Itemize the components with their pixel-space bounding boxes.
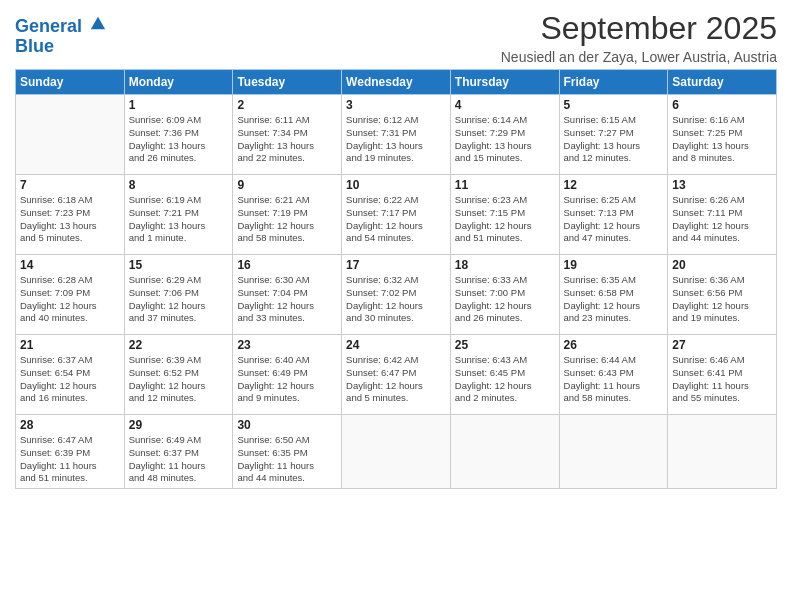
day-number: 21	[20, 338, 120, 352]
day-info: Sunrise: 6:25 AMSunset: 7:13 PMDaylight:…	[564, 194, 664, 245]
day-info: Sunrise: 6:47 AMSunset: 6:39 PMDaylight:…	[20, 434, 120, 485]
day-number: 24	[346, 338, 446, 352]
day-number: 26	[564, 338, 664, 352]
day-number: 18	[455, 258, 555, 272]
day-number: 2	[237, 98, 337, 112]
day-info: Sunrise: 6:42 AMSunset: 6:47 PMDaylight:…	[346, 354, 446, 405]
calendar-header-row: SundayMondayTuesdayWednesdayThursdayFrid…	[16, 70, 777, 95]
header-tuesday: Tuesday	[233, 70, 342, 95]
day-number: 7	[20, 178, 120, 192]
day-info: Sunrise: 6:22 AMSunset: 7:17 PMDaylight:…	[346, 194, 446, 245]
calendar-cell	[559, 415, 668, 489]
header-friday: Friday	[559, 70, 668, 95]
day-number: 6	[672, 98, 772, 112]
logo: General Blue	[15, 14, 107, 57]
day-info: Sunrise: 6:35 AMSunset: 6:58 PMDaylight:…	[564, 274, 664, 325]
day-info: Sunrise: 6:44 AMSunset: 6:43 PMDaylight:…	[564, 354, 664, 405]
day-number: 15	[129, 258, 229, 272]
calendar-cell: 6Sunrise: 6:16 AMSunset: 7:25 PMDaylight…	[668, 95, 777, 175]
day-info: Sunrise: 6:16 AMSunset: 7:25 PMDaylight:…	[672, 114, 772, 165]
calendar-title: September 2025	[501, 10, 777, 47]
logo-line1: General	[15, 14, 107, 37]
logo-icon	[89, 14, 107, 32]
page: General Blue September 2025 Neusiedl an …	[0, 0, 792, 612]
calendar-cell: 28Sunrise: 6:47 AMSunset: 6:39 PMDayligh…	[16, 415, 125, 489]
day-info: Sunrise: 6:26 AMSunset: 7:11 PMDaylight:…	[672, 194, 772, 245]
day-info: Sunrise: 6:32 AMSunset: 7:02 PMDaylight:…	[346, 274, 446, 325]
calendar-cell: 23Sunrise: 6:40 AMSunset: 6:49 PMDayligh…	[233, 335, 342, 415]
day-number: 5	[564, 98, 664, 112]
day-info: Sunrise: 6:21 AMSunset: 7:19 PMDaylight:…	[237, 194, 337, 245]
calendar-cell: 3Sunrise: 6:12 AMSunset: 7:31 PMDaylight…	[342, 95, 451, 175]
header-thursday: Thursday	[450, 70, 559, 95]
day-info: Sunrise: 6:12 AMSunset: 7:31 PMDaylight:…	[346, 114, 446, 165]
header: General Blue September 2025 Neusiedl an …	[15, 10, 777, 65]
calendar-subtitle: Neusiedl an der Zaya, Lower Austria, Aus…	[501, 49, 777, 65]
day-info: Sunrise: 6:33 AMSunset: 7:00 PMDaylight:…	[455, 274, 555, 325]
day-info: Sunrise: 6:11 AMSunset: 7:34 PMDaylight:…	[237, 114, 337, 165]
day-number: 9	[237, 178, 337, 192]
header-saturday: Saturday	[668, 70, 777, 95]
calendar-cell: 8Sunrise: 6:19 AMSunset: 7:21 PMDaylight…	[124, 175, 233, 255]
day-info: Sunrise: 6:09 AMSunset: 7:36 PMDaylight:…	[129, 114, 229, 165]
calendar-week-2: 7Sunrise: 6:18 AMSunset: 7:23 PMDaylight…	[16, 175, 777, 255]
day-number: 22	[129, 338, 229, 352]
day-number: 3	[346, 98, 446, 112]
title-block: September 2025 Neusiedl an der Zaya, Low…	[501, 10, 777, 65]
calendar-cell: 21Sunrise: 6:37 AMSunset: 6:54 PMDayligh…	[16, 335, 125, 415]
calendar-cell: 5Sunrise: 6:15 AMSunset: 7:27 PMDaylight…	[559, 95, 668, 175]
calendar-cell: 4Sunrise: 6:14 AMSunset: 7:29 PMDaylight…	[450, 95, 559, 175]
day-number: 19	[564, 258, 664, 272]
day-info: Sunrise: 6:19 AMSunset: 7:21 PMDaylight:…	[129, 194, 229, 245]
calendar-cell	[16, 95, 125, 175]
calendar-week-5: 28Sunrise: 6:47 AMSunset: 6:39 PMDayligh…	[16, 415, 777, 489]
day-info: Sunrise: 6:18 AMSunset: 7:23 PMDaylight:…	[20, 194, 120, 245]
calendar-cell: 9Sunrise: 6:21 AMSunset: 7:19 PMDaylight…	[233, 175, 342, 255]
day-number: 4	[455, 98, 555, 112]
calendar-table: SundayMondayTuesdayWednesdayThursdayFrid…	[15, 69, 777, 489]
calendar-week-1: 1Sunrise: 6:09 AMSunset: 7:36 PMDaylight…	[16, 95, 777, 175]
calendar-cell	[668, 415, 777, 489]
calendar-cell	[450, 415, 559, 489]
calendar-cell: 1Sunrise: 6:09 AMSunset: 7:36 PMDaylight…	[124, 95, 233, 175]
day-info: Sunrise: 6:37 AMSunset: 6:54 PMDaylight:…	[20, 354, 120, 405]
calendar-cell: 14Sunrise: 6:28 AMSunset: 7:09 PMDayligh…	[16, 255, 125, 335]
day-info: Sunrise: 6:14 AMSunset: 7:29 PMDaylight:…	[455, 114, 555, 165]
calendar-cell: 10Sunrise: 6:22 AMSunset: 7:17 PMDayligh…	[342, 175, 451, 255]
header-monday: Monday	[124, 70, 233, 95]
day-number: 28	[20, 418, 120, 432]
day-number: 17	[346, 258, 446, 272]
calendar-cell: 7Sunrise: 6:18 AMSunset: 7:23 PMDaylight…	[16, 175, 125, 255]
day-info: Sunrise: 6:39 AMSunset: 6:52 PMDaylight:…	[129, 354, 229, 405]
calendar-cell: 13Sunrise: 6:26 AMSunset: 7:11 PMDayligh…	[668, 175, 777, 255]
day-number: 23	[237, 338, 337, 352]
day-number: 8	[129, 178, 229, 192]
day-number: 27	[672, 338, 772, 352]
day-number: 16	[237, 258, 337, 272]
day-number: 12	[564, 178, 664, 192]
day-number: 14	[20, 258, 120, 272]
header-sunday: Sunday	[16, 70, 125, 95]
day-info: Sunrise: 6:29 AMSunset: 7:06 PMDaylight:…	[129, 274, 229, 325]
calendar-week-3: 14Sunrise: 6:28 AMSunset: 7:09 PMDayligh…	[16, 255, 777, 335]
calendar-week-4: 21Sunrise: 6:37 AMSunset: 6:54 PMDayligh…	[16, 335, 777, 415]
day-info: Sunrise: 6:49 AMSunset: 6:37 PMDaylight:…	[129, 434, 229, 485]
day-number: 20	[672, 258, 772, 272]
day-info: Sunrise: 6:15 AMSunset: 7:27 PMDaylight:…	[564, 114, 664, 165]
header-wednesday: Wednesday	[342, 70, 451, 95]
calendar-cell: 26Sunrise: 6:44 AMSunset: 6:43 PMDayligh…	[559, 335, 668, 415]
logo-line2: Blue	[15, 37, 107, 57]
day-number: 13	[672, 178, 772, 192]
calendar-cell	[342, 415, 451, 489]
calendar-cell: 2Sunrise: 6:11 AMSunset: 7:34 PMDaylight…	[233, 95, 342, 175]
day-info: Sunrise: 6:36 AMSunset: 6:56 PMDaylight:…	[672, 274, 772, 325]
calendar-cell: 29Sunrise: 6:49 AMSunset: 6:37 PMDayligh…	[124, 415, 233, 489]
day-number: 25	[455, 338, 555, 352]
calendar-cell: 30Sunrise: 6:50 AMSunset: 6:35 PMDayligh…	[233, 415, 342, 489]
calendar-cell: 27Sunrise: 6:46 AMSunset: 6:41 PMDayligh…	[668, 335, 777, 415]
logo-general: General	[15, 16, 82, 36]
calendar-cell: 20Sunrise: 6:36 AMSunset: 6:56 PMDayligh…	[668, 255, 777, 335]
day-number: 1	[129, 98, 229, 112]
calendar-cell: 18Sunrise: 6:33 AMSunset: 7:00 PMDayligh…	[450, 255, 559, 335]
calendar-cell: 12Sunrise: 6:25 AMSunset: 7:13 PMDayligh…	[559, 175, 668, 255]
